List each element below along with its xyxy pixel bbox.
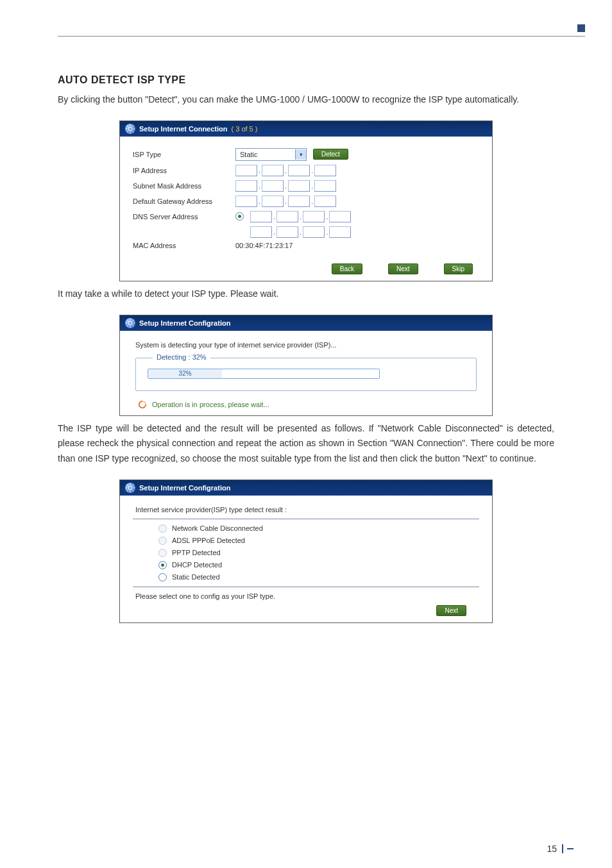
section-title: AUTO DETECT ISP TYPE — [58, 74, 554, 86]
panel1-buttons: Back Next Skip — [120, 260, 492, 281]
page-marker-icon — [562, 844, 563, 853]
gear-icon — [125, 318, 135, 328]
radio-pppoe — [158, 537, 167, 545]
mac-value: 00:30:4F:71:23:17 — [235, 242, 293, 249]
busy-icon — [138, 400, 147, 409]
panel3-titlebar: Setup Internet Configration — [120, 480, 492, 496]
isp-type-select[interactable]: Static ▾ — [235, 148, 307, 161]
radio-pptp — [158, 549, 167, 557]
divider — [133, 519, 479, 519]
detecting-panel: Setup Internet Configration System is de… — [119, 315, 493, 416]
opt-pptp: PPTP Detected — [172, 549, 221, 556]
gear-icon — [125, 124, 135, 134]
divider — [133, 587, 479, 587]
label-subnet: Subnet Mask Address — [133, 182, 235, 190]
skip-button[interactable]: Skip — [444, 263, 473, 274]
isp-type-value: Static — [236, 151, 295, 158]
page-tick-icon — [567, 848, 574, 849]
setup-connection-panel: Setup Internet Connection ( 3 of 5 ) ISP… — [119, 121, 493, 281]
svg-point-0 — [128, 127, 132, 131]
opt-static: Static Detected — [172, 573, 220, 581]
next-button[interactable]: Next — [388, 263, 418, 274]
label-isp-type: ISP Type — [133, 151, 235, 158]
radio-dhcp[interactable] — [158, 561, 167, 569]
label-ip-address: IP Address — [133, 167, 235, 174]
opt-pppoe: ADSL PPPoE Detected — [172, 537, 245, 544]
chevron-down-icon[interactable]: ▾ — [295, 149, 306, 160]
progress-legend: Detecting : 32% — [153, 353, 210, 361]
header-marker — [577, 24, 585, 32]
svg-point-2 — [128, 486, 132, 490]
panel3-footer: Please select one to config as your ISP … — [135, 592, 479, 600]
dns-radio-primary[interactable] — [235, 212, 244, 221]
gateway-input[interactable]: ... — [235, 196, 336, 207]
radio-cable-disconnected — [158, 524, 167, 533]
panel1-titlebar: Setup Internet Connection ( 3 of 5 ) — [120, 121, 492, 137]
progress-bar: 32% — [148, 369, 380, 379]
label-mac: MAC Address — [133, 242, 235, 249]
progress-fill: 32% — [148, 369, 222, 378]
wait-paragraph: It may take a while to detect your ISP t… — [58, 287, 554, 302]
result-paragraph: The ISP type will be detected and the re… — [58, 421, 554, 467]
intro-paragraph: By clicking the button "Detect", you can… — [58, 92, 554, 108]
panel2-title: Setup Internet Configration — [139, 319, 230, 327]
panel1-title: Setup Internet Connection — [139, 125, 228, 133]
progress-fieldset: Detecting : 32% 32% — [135, 358, 477, 391]
ip-address-input[interactable]: ... — [235, 165, 336, 176]
status-line: Operation is in process, please wait... — [138, 400, 479, 409]
result-panel: Setup Internet Configration Internet ser… — [119, 480, 493, 623]
page-number-value: 15 — [547, 844, 557, 854]
opt-cable: Network Cable Disconnected — [172, 524, 263, 532]
dns-secondary-input[interactable]: ... — [250, 226, 351, 238]
subnet-input[interactable]: ... — [235, 180, 336, 192]
status-text: Operation is in process, please wait... — [152, 401, 269, 408]
header-rule — [58, 36, 585, 37]
svg-point-1 — [128, 321, 132, 325]
dns-primary-input[interactable]: ... — [250, 211, 351, 222]
label-dns: DNS Server Address — [133, 213, 235, 221]
label-gateway: Default Gateway Address — [133, 197, 235, 205]
detect-button[interactable]: Detect — [313, 149, 348, 160]
back-button[interactable]: Back — [332, 263, 362, 274]
gear-icon — [125, 483, 135, 493]
panel2-message: System is detecting your type of interne… — [135, 341, 479, 349]
panel3-title: Setup Internet Configration — [139, 484, 230, 492]
result-next-button[interactable]: Next — [436, 605, 466, 616]
panel2-titlebar: Setup Internet Configration — [120, 315, 492, 331]
opt-dhcp: DHCP Detected — [172, 561, 222, 569]
panel3-message: Internet service provider(ISP) type dete… — [135, 506, 479, 513]
radio-static[interactable] — [158, 573, 167, 581]
panel1-step: ( 3 of 5 ) — [232, 125, 258, 133]
page-number: 15 — [547, 844, 574, 854]
